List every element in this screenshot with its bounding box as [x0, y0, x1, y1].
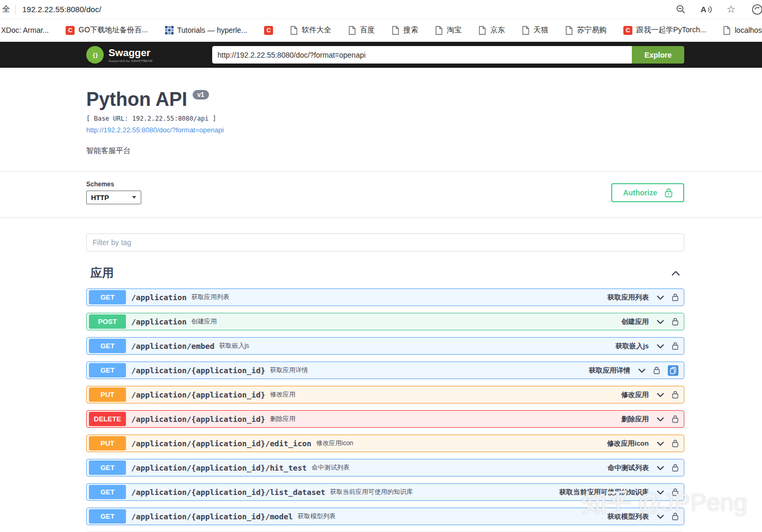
operation-summary: 命中测试列表	[607, 463, 649, 473]
operation-row[interactable]: GET /application/embed 获取嵌入js 获取嵌入js	[86, 337, 684, 355]
chevron-down-icon[interactable]	[657, 320, 664, 324]
bookmark-label: 苏宁易购	[577, 25, 606, 35]
bookmark-label: GO下载地址备份百...	[78, 25, 148, 35]
lock-icon[interactable]	[672, 439, 678, 447]
lock-icon[interactable]	[672, 464, 678, 472]
operation-row[interactable]: GET /application 获取应用列表 获取应用列表	[86, 288, 684, 306]
operation-path[interactable]: /application/{application_id}/model	[131, 512, 293, 521]
bookmark-item[interactable]: C 跟我一起学PyTorch...	[623, 25, 706, 35]
grid-icon	[165, 26, 174, 34]
chevron-up-icon[interactable]	[672, 271, 680, 276]
page-icon	[290, 26, 298, 35]
operation-path[interactable]: /application/{application_id}/hit_test	[131, 464, 307, 472]
page-icon	[522, 26, 530, 35]
lock-icon[interactable]	[672, 293, 678, 301]
operation-path[interactable]: /application/{application_id}	[131, 366, 265, 375]
address-url[interactable]: 192.2.22.55:8080/doc/	[22, 5, 101, 14]
bookmark-item[interactable]: 淘宝	[435, 25, 461, 35]
spec-url-input[interactable]	[212, 46, 632, 64]
operation-row[interactable]: DELETE /application/{application_id} 删除应…	[86, 410, 684, 428]
operation-path[interactable]: /application	[131, 293, 187, 302]
api-title-text: Python API	[86, 90, 187, 109]
filter-input[interactable]	[86, 233, 684, 251]
lock-icon[interactable]	[672, 415, 678, 423]
operation-path[interactable]: /application/{application_id}/list_datas…	[131, 488, 325, 497]
chevron-down-icon[interactable]	[657, 515, 664, 519]
operation-path-description: 获取当前应用可使用的知识库	[330, 488, 413, 497]
lock-icon[interactable]	[672, 512, 678, 520]
operation-row[interactable]: PUT /application/{application_id} 修改应用 修…	[86, 386, 684, 403]
address-separator	[15, 5, 16, 14]
chevron-down-icon[interactable]	[657, 393, 664, 397]
copy-button[interactable]	[668, 365, 678, 376]
operation-path[interactable]: /application/{application_id}	[131, 415, 265, 423]
chevron-down-icon[interactable]	[638, 368, 646, 373]
operation-path-description: 修改应用icon	[316, 439, 353, 448]
operation-summary: 修改应用icon	[607, 439, 649, 448]
read-aloud-icon[interactable]: A	[701, 5, 712, 14]
operation-summary: 获取模型列表	[607, 512, 649, 521]
tag-section-header[interactable]: 应用	[86, 262, 684, 288]
bookmark-item[interactable]: 百度	[348, 25, 375, 35]
operation-path-description: 获取应用列表	[192, 293, 230, 302]
zoom-out-icon[interactable]	[676, 4, 686, 14]
bookmark-item[interactable]: localhost:8080/blad...	[723, 26, 762, 35]
operation-path[interactable]: /application	[131, 318, 187, 326]
bookmark-item[interactable]: 搜索	[392, 25, 418, 35]
operation-row[interactable]: PUT /application/{application_id}/edit_i…	[86, 435, 684, 452]
operation-path[interactable]: /application/embed	[131, 342, 214, 350]
bookmark-label: 淘宝	[447, 25, 461, 35]
bookmark-item[interactable]: C	[264, 26, 273, 35]
bookmark-label: 软件大全	[302, 25, 331, 35]
operation-summary: 修改应用	[621, 390, 649, 400]
bookmark-item[interactable]: 软件大全	[290, 25, 331, 35]
page-title: Python API v1	[86, 90, 684, 109]
chevron-down-icon[interactable]	[657, 466, 664, 470]
page-icon	[723, 26, 731, 35]
operation-row[interactable]: GET /application/{application_id}/model …	[86, 508, 684, 525]
lock-icon[interactable]	[654, 366, 660, 374]
explore-button[interactable]: Explore	[632, 46, 684, 64]
method-badge: GET	[89, 363, 126, 377]
operation-summary: 获取应用详情	[589, 366, 630, 375]
operations-section: 应用 GET /application 获取应用列表 获取应用列表	[86, 262, 684, 532]
authorize-button[interactable]: Authorize	[611, 183, 684, 202]
bookmark-item[interactable]: XDoc: Armar...	[1, 26, 49, 34]
spec-link[interactable]: http://192.2.22.55:8080/doc/?format=open…	[86, 126, 224, 134]
scheme-select[interactable]: HTTP	[86, 191, 141, 204]
screen: 全 192.2.22.55:8080/doc/ A ☆ XDoc: Arma	[0, 0, 762, 532]
bookmark-item[interactable]: Tutorials — hyperle...	[165, 26, 248, 34]
tag-title: 应用	[90, 265, 114, 281]
operation-path[interactable]: /application/{application_id}	[131, 391, 265, 399]
base-url-label: [ Base URL: 192.2.22.55:8080/api ]	[86, 115, 684, 122]
bookmark-item[interactable]: 苏宁易购	[565, 25, 606, 35]
operation-row[interactable]: GET /application/{application_id}/hit_te…	[86, 459, 684, 476]
chevron-down-icon[interactable]	[657, 441, 664, 446]
operation-path[interactable]: /application/{application_id}/edit_icon	[131, 439, 311, 448]
browser-address-bar: 全 192.2.22.55:8080/doc/ A ☆	[0, 0, 762, 19]
browser-sync-icon[interactable]	[750, 3, 762, 16]
method-badge: GET	[89, 509, 126, 524]
swagger-logo-text: Swagger	[108, 48, 152, 58]
operation-row[interactable]: GET /application/{application_id}/list_d…	[86, 483, 684, 501]
favorite-star-icon[interactable]: ☆	[727, 3, 736, 15]
lock-icon[interactable]	[672, 318, 678, 326]
operation-row[interactable]: GET /application/{application_id} 获取应用详情…	[86, 362, 684, 379]
operation-row[interactable]: POST /application 创建应用 创建应用	[86, 313, 684, 330]
bookmark-label: 跟我一起学PyTorch...	[636, 25, 706, 35]
bookmark-item[interactable]: 天猫	[522, 25, 548, 35]
swagger-logo[interactable]: { } Swagger Supported by SMARTBEAR	[86, 46, 152, 64]
chevron-down-icon[interactable]	[657, 295, 664, 300]
chevron-down-icon[interactable]	[657, 344, 664, 348]
bookmark-item[interactable]: 京东	[478, 25, 505, 35]
chevron-down-icon[interactable]	[657, 417, 664, 421]
method-badge: GET	[89, 339, 126, 353]
lock-icon[interactable]	[672, 342, 678, 350]
scheme-section: Schemes HTTP Authorize	[0, 172, 762, 218]
lock-icon[interactable]	[672, 488, 678, 496]
lock-icon[interactable]	[672, 391, 678, 399]
chevron-down-icon[interactable]	[657, 490, 664, 494]
security-indicator[interactable]: 全	[2, 4, 10, 14]
bookmark-item[interactable]: C GO下载地址备份百...	[66, 25, 148, 35]
operation-path-description: 创建应用	[192, 317, 217, 326]
